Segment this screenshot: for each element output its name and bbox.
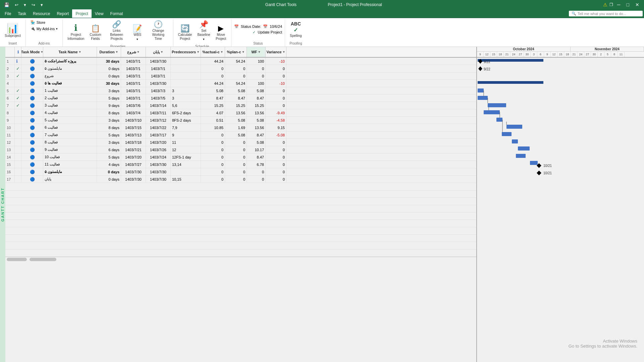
col-wf[interactable]: WF ▼ bbox=[247, 47, 266, 57]
wbs-button[interactable]: 📝 WBS ▾ bbox=[130, 23, 145, 42]
horizontal-scrollbar[interactable] bbox=[5, 257, 476, 261]
calculate-project-button[interactable]: 🔄 CalculateProject bbox=[176, 23, 194, 42]
search-box[interactable]: 🔍 Tell me what you want to do... bbox=[569, 11, 643, 16]
table-row[interactable]: 8 🔵 فعالیت 4 8 days 1403/7/4 1403/7/11 6… bbox=[5, 109, 476, 117]
cell-plan: 15.25 bbox=[225, 102, 247, 109]
table-row[interactable]: 14 🔵 فعالیت 10 5 days 1403/7/20 1403/7/2… bbox=[5, 154, 476, 161]
ribbon-group-status: 📅 Status Date: 📅 10/6/24 ✓ Update Projec… bbox=[231, 19, 285, 47]
set-baseline-button[interactable]: 📌 SetBaseline ▾ bbox=[195, 19, 212, 42]
cell-taskname: فعالیت 9 bbox=[43, 146, 97, 153]
gantt-day: 21 bbox=[504, 52, 511, 57]
table-row[interactable]: 5 ✓ 🔵 فعالیت 1 3 days 1403/7/1 1403/7/3 … bbox=[5, 87, 476, 95]
cell-plan: 0 bbox=[225, 161, 247, 168]
cell-plan: 54.24 bbox=[225, 80, 247, 87]
table-row-empty bbox=[5, 190, 476, 198]
cell-start: 1403/7/1 bbox=[121, 72, 146, 79]
move-project-button[interactable]: ▶ MoveProject bbox=[214, 23, 228, 42]
table-row[interactable]: 12 🔵 فعالیت 8 3 days 1403/7/18 1403/7/20… bbox=[5, 139, 476, 146]
cell-duration: 4 days bbox=[97, 161, 121, 168]
status-date-value: 10/6/24 bbox=[270, 24, 282, 28]
undo-arrow[interactable]: ▾ bbox=[22, 2, 28, 8]
table-row[interactable]: 7 ✓ 🔵 فعالیت 3 9 days 1403/7/6 1403/7/14… bbox=[5, 102, 476, 109]
gantt-label-row2: 9/22 bbox=[484, 60, 490, 64]
store-button[interactable]: 🏪 Store bbox=[29, 19, 47, 25]
cell-wf: 0 bbox=[247, 168, 266, 175]
table-row[interactable]: 1 ℹ 🔵 پروژه کانستراجکت ۵ 30 days 1403/7/… bbox=[5, 58, 476, 65]
task-mode-icon: 🔵 bbox=[30, 162, 35, 167]
table-row[interactable]: 11 🔵 فعالیت 7 5 days 1403/7/13 1403/7/17… bbox=[5, 131, 476, 139]
table-row[interactable]: 4 🔵 فعالیت ها ۵ 30 days 1403/7/1 1403/7/… bbox=[5, 80, 476, 87]
menu-task[interactable]: Task bbox=[14, 9, 30, 18]
redo-button[interactable]: ↪ bbox=[30, 2, 37, 8]
grid-area: ℹ Task Mode ▼ Task Name ▼ Duration ▼ شرو… bbox=[5, 47, 476, 362]
calculate-icon: 🔄 bbox=[180, 25, 190, 32]
menu-format[interactable]: Format bbox=[107, 9, 126, 18]
gantt-chart-label: GANTT CHART bbox=[0, 47, 5, 362]
gantt-months: October 2024 November 2024 bbox=[477, 47, 644, 52]
cell-plan: 5.08 bbox=[225, 117, 247, 124]
update-project-button[interactable]: Update Project bbox=[258, 30, 282, 34]
close-button[interactable]: ✕ bbox=[633, 1, 641, 8]
cell-duration: 0 days bbox=[97, 168, 121, 175]
col-taskname[interactable]: Task Name ▼ bbox=[43, 47, 97, 57]
my-addins-button[interactable]: 🔌 My Add-ins ▾ bbox=[29, 26, 60, 32]
table-row[interactable]: 2 ✓ 🔵 مایلستون ۵ 0 days 1403/7/1 1403/7/… bbox=[5, 65, 476, 72]
col-plan-cost[interactable]: %plan-c ▼ bbox=[225, 47, 247, 57]
cell-start: 1403/7/13 bbox=[121, 131, 146, 138]
change-working-time-button[interactable]: 🕐 ChangeWorking Time bbox=[146, 19, 170, 42]
task-mode-icon: 🔵 bbox=[30, 103, 35, 108]
cell-predecessors: 3 bbox=[171, 95, 201, 102]
table-row[interactable]: 3 ✓ 🔵 شروع 0 days 1403/7/1 1403/7/1 0 0 … bbox=[5, 72, 476, 80]
menu-project[interactable]: Project bbox=[72, 9, 91, 18]
table-row[interactable]: 15 🔵 فعالیت 11 4 days 1403/7/27 1403/7/3… bbox=[5, 161, 476, 168]
gantt-days: 9 12 15 18 21 24 27 30 3 6 9 12 15 18 21… bbox=[477, 52, 644, 57]
col-taskmode[interactable]: Task Mode ▼ bbox=[21, 47, 43, 57]
maximize-button[interactable]: □ bbox=[625, 1, 631, 8]
custom-fields-button[interactable]: 📋 CustomFields bbox=[88, 23, 103, 42]
menu-report[interactable]: Report bbox=[53, 9, 72, 18]
table-row[interactable]: 13 🔵 فعالیت 9 6 days 1403/7/21 1403/7/26… bbox=[5, 146, 476, 154]
project-information-button[interactable]: ℹ ProjectInformation bbox=[65, 22, 86, 42]
cell-actual: 44.24 bbox=[201, 58, 225, 65]
minimize-button[interactable]: ─ bbox=[615, 1, 623, 8]
col-variance[interactable]: Variance ▼ bbox=[266, 47, 286, 57]
col-finish[interactable]: پایان ▼ bbox=[146, 47, 171, 57]
task-mode-icon: 🔵 bbox=[30, 66, 35, 71]
working-time-label: ChangeWorking Time bbox=[148, 29, 168, 41]
cell-taskname: مایلستون ۵ bbox=[43, 168, 97, 175]
menu-view[interactable]: View bbox=[92, 9, 107, 18]
gantt-month-oct: October 2024 bbox=[477, 47, 571, 51]
cell-taskname: فعالیت 4 bbox=[43, 109, 97, 116]
cell-rownum: 8 bbox=[5, 109, 15, 116]
gantt-bar-row8 bbox=[484, 110, 500, 114]
table-row[interactable]: 16 🔵 مایلستون ۵ 0 days 1403/7/30 1403/7/… bbox=[5, 168, 476, 176]
menu-resource[interactable]: Resource bbox=[30, 9, 53, 18]
cell-rownum: 7 bbox=[5, 102, 15, 109]
subproject-button[interactable]: 📊 Subproject bbox=[3, 22, 23, 39]
col-start[interactable]: شروع ▼ bbox=[121, 47, 146, 57]
spelling-button[interactable]: ABC✓ Spelling bbox=[288, 20, 304, 39]
cell-predecessors bbox=[171, 65, 201, 72]
cell-variance: 0 bbox=[266, 168, 286, 175]
gantt-header: October 2024 November 2024 9 12 15 18 21… bbox=[477, 47, 644, 58]
scrollbar-thumb[interactable] bbox=[7, 258, 27, 261]
table-row[interactable]: 9 🔵 فعالیت 5 3 days 1403/7/10 1403/7/12 … bbox=[5, 117, 476, 124]
table-row[interactable]: 10 🔵 فعالیت 6 8 days 1403/7/15 1403/7/22… bbox=[5, 124, 476, 131]
links-button[interactable]: 🔗 Links BetweenProjects bbox=[105, 19, 129, 42]
cell-finish: 1403/7/30 bbox=[146, 161, 171, 168]
table-row[interactable]: 6 ✓ 🔵 فعالیت 2 5 days 1403/7/1 1403/7/5 … bbox=[5, 95, 476, 102]
col-actual-cost[interactable]: %actual-c ▼ bbox=[201, 47, 225, 57]
undo-button[interactable]: ↩ bbox=[13, 2, 20, 8]
scrollbar-thumb2[interactable] bbox=[30, 258, 56, 261]
menu-file[interactable]: File bbox=[1, 9, 14, 18]
gantt-month-nov: November 2024 bbox=[571, 47, 644, 51]
col-duration[interactable]: Duration ▼ bbox=[97, 47, 121, 57]
cell-duration: 8 days bbox=[97, 109, 121, 116]
table-row[interactable]: 17 🔵 پایان 0 days 1403/7/30 1403/7/30 10… bbox=[5, 176, 476, 183]
save-button[interactable]: 💾 bbox=[3, 2, 11, 8]
grid-scroll[interactable]: 1 ℹ 🔵 پروژه کانستراجکت ۵ 30 days 1403/7/… bbox=[5, 58, 476, 362]
gantt-label-row17: 10/21 bbox=[543, 171, 552, 175]
col-predecessors[interactable]: Predecessors ▼ bbox=[171, 47, 201, 57]
customize-qat[interactable]: ▾ bbox=[39, 2, 44, 8]
cell-plan: 0 bbox=[225, 139, 247, 146]
